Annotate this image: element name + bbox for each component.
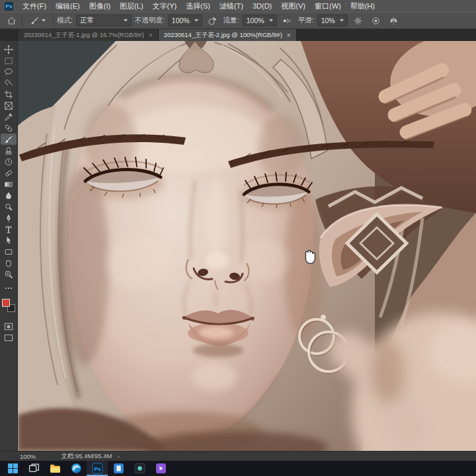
blur-tool[interactable]	[1, 190, 17, 201]
flow-select[interactable]: 100%	[243, 15, 277, 26]
history-brush-tool[interactable]	[1, 156, 17, 167]
smooth-value: 10%	[321, 17, 335, 24]
menu-item[interactable]: 选择(S)	[181, 0, 215, 12]
menu-item[interactable]: 图层(L)	[115, 0, 147, 12]
screen-mode-button[interactable]	[1, 332, 17, 343]
chevron-down-icon	[42, 19, 46, 22]
separator	[22, 15, 22, 26]
menu-item[interactable]: 文字(Y)	[148, 0, 182, 12]
edit-toolbar-ellipsis-icon[interactable]	[1, 282, 17, 294]
file-explorer-icon[interactable]	[44, 461, 65, 476]
opacity-label: 不透明度:	[135, 16, 165, 25]
menu-item[interactable]: 文件(F)	[18, 0, 51, 12]
quick-select-tool[interactable]	[1, 77, 17, 89]
mode-label: 模式:	[57, 16, 73, 25]
move-tool[interactable]	[1, 44, 17, 55]
menu-item[interactable]: 3D(D)	[248, 0, 276, 12]
quick-mask-button[interactable]	[1, 321, 17, 332]
app-icon-dark[interactable]	[129, 461, 150, 476]
menu-list: 文件(F)编辑(E)图像(I)图层(L)文字(Y)选择(S)滤镜(T)3D(D)…	[18, 0, 379, 12]
hand-tool[interactable]	[1, 257, 17, 268]
separator	[53, 15, 54, 26]
marquee-tool[interactable]	[1, 55, 17, 66]
document-size: 文档:95.4M/95.4M	[61, 452, 112, 461]
brush-preset-icon[interactable]	[26, 14, 50, 27]
clone-stamp-tool[interactable]	[1, 145, 17, 156]
airbrush-icon[interactable]	[280, 14, 295, 27]
windows-taskbar	[0, 461, 476, 476]
mode-value: 正常	[80, 16, 94, 25]
document-tab[interactable]: 20230614_王子若-2.jpg @ 100%(RGB/8#) ×	[159, 29, 297, 41]
chevron-down-icon	[124, 19, 128, 22]
menu-item[interactable]: 图像(I)	[85, 0, 115, 12]
chevron-down-icon	[340, 19, 344, 22]
type-tool[interactable]	[1, 223, 17, 235]
menu-item[interactable]: 编辑(E)	[51, 0, 85, 12]
edge-icon[interactable]	[65, 461, 87, 476]
opacity-pressure-icon[interactable]	[206, 14, 220, 27]
tab-bar: 20230614_王子若-1.jpg @ 16.7%(RGB/8#) × 202…	[0, 29, 476, 41]
eyedropper-tool[interactable]	[1, 111, 17, 122]
tab-title: 20230614_王子若-2.jpg @ 100%(RGB/8#)	[164, 31, 282, 40]
task-view-button[interactable]	[23, 461, 44, 476]
flow-label: 流量:	[223, 16, 239, 25]
symmetry-icon[interactable]	[387, 14, 401, 27]
document-tab[interactable]: 20230614_王子若-1.jpg @ 16.7%(RGB/8#) ×	[19, 29, 159, 41]
healing-brush-tool[interactable]	[1, 122, 17, 134]
zoom-level[interactable]: 100%	[20, 453, 36, 460]
brush-tool[interactable]	[1, 134, 17, 145]
dodge-tool[interactable]	[1, 201, 17, 212]
opacity-select[interactable]: 100%	[168, 15, 202, 26]
shape-tool[interactable]	[1, 246, 17, 257]
flow-value: 100%	[247, 17, 264, 24]
photoshop-logo-icon: Ps	[5, 2, 13, 11]
opacity-value: 100%	[172, 17, 190, 24]
close-icon[interactable]: ×	[287, 32, 291, 39]
close-icon[interactable]: ×	[149, 32, 153, 39]
color-swatches[interactable]	[2, 299, 15, 312]
app-icon-blue[interactable]	[108, 461, 129, 476]
smoothing-gear-icon[interactable]	[351, 14, 366, 27]
size-pressure-icon[interactable]	[369, 14, 383, 27]
photoshop-icon[interactable]	[87, 461, 108, 476]
frame-tool[interactable]	[1, 100, 17, 111]
options-bar: 模式: 正常 不透明度: 100% 流量: 100% 平滑: 10%	[0, 12, 476, 29]
foreground-swatch[interactable]	[2, 299, 10, 307]
tab-title: 20230614_王子若-1.jpg @ 16.7%(RGB/8#)	[24, 31, 144, 40]
gradient-tool[interactable]	[1, 178, 17, 190]
logo-text: Ps	[6, 3, 13, 9]
zoom-tool[interactable]	[1, 268, 17, 280]
chevron-down-icon	[269, 19, 273, 22]
document-canvas[interactable]	[18, 41, 476, 451]
path-select-tool[interactable]	[1, 235, 17, 246]
tool-list	[1, 44, 17, 280]
crop-tool[interactable]	[1, 89, 17, 100]
menu-item[interactable]: 视图(V)	[276, 0, 310, 12]
smooth-label: 平滑:	[298, 16, 314, 25]
status-bar: 100% 文档:95.4M/95.4M ›	[0, 451, 476, 461]
status-flyout-arrow[interactable]: ›	[117, 453, 119, 460]
start-button[interactable]	[2, 461, 23, 476]
smoothing-select[interactable]: 10%	[317, 15, 348, 26]
menu-item[interactable]: 窗口(W)	[310, 0, 346, 12]
menu-item[interactable]: 滤镜(T)	[215, 0, 248, 12]
eraser-tool[interactable]	[1, 167, 17, 178]
menu-item[interactable]: 帮助(H)	[346, 0, 379, 12]
lasso-tool[interactable]	[1, 66, 17, 77]
chevron-down-icon	[194, 19, 198, 22]
pen-tool[interactable]	[1, 212, 17, 223]
home-icon[interactable]	[4, 14, 19, 27]
canvas-artwork[interactable]	[18, 41, 476, 451]
tool-bar	[0, 41, 18, 451]
app-icon-accent[interactable]	[150, 461, 171, 476]
menu-bar: Ps 文件(F)编辑(E)图像(I)图层(L)文字(Y)选择(S)滤镜(T)3D…	[0, 0, 476, 12]
mode-select[interactable]: 正常	[76, 15, 132, 26]
